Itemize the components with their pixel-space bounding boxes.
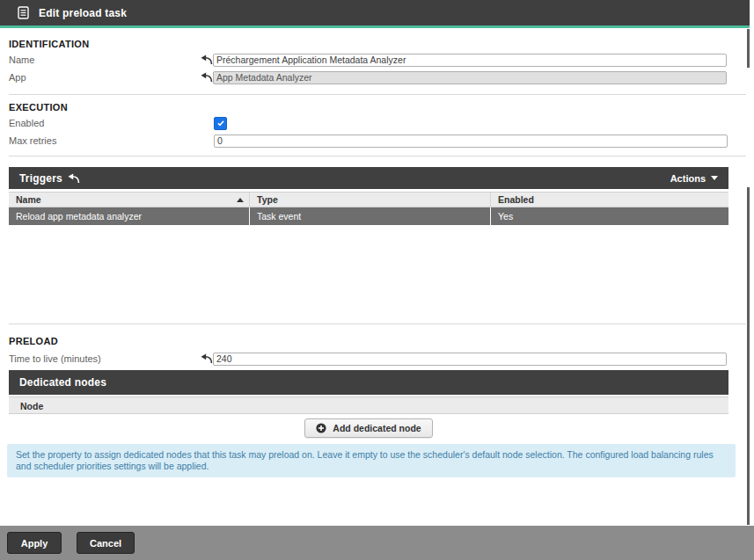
dedicated-nodes-header-bar: Dedicated nodes [9,370,728,395]
ttl-field-row: Time to live (minutes) [0,352,746,366]
undo-icon[interactable] [201,72,213,83]
edit-preload-task-page: Edit preload task IDENTIFICATION Name Ap… [0,0,754,560]
actions-dropdown[interactable]: Actions [670,173,718,184]
undo-icon[interactable] [68,173,80,184]
plus-circle-icon [316,423,326,433]
app-input [213,71,727,84]
triggers-table-header: Name Type Enabled [9,192,728,207]
name-label: Name [9,55,201,65]
scrollbar-thumb[interactable] [747,187,750,525]
add-dedicated-node-label: Add dedicated node [333,423,421,433]
enabled-checkbox[interactable] [214,117,227,130]
chevron-down-icon [711,176,718,180]
scrollbar-thumb[interactable] [747,29,750,68]
section-divider [9,324,746,324]
dedicated-nodes-panel: Dedicated nodes Node Add dedicated node [9,370,728,442]
add-node-row: Add dedicated node [9,414,728,442]
section-divider [9,94,746,95]
execution-heading: EXECUTION [9,102,68,113]
max-retries-field-row: Max retries [0,134,746,148]
app-label: App [9,72,201,83]
dedicated-nodes-title: Dedicated nodes [19,376,106,389]
column-header-type[interactable]: Type [249,193,490,207]
column-header-enabled[interactable]: Enabled [490,193,728,207]
ttl-label: Time to live (minutes) [9,353,201,364]
undo-icon[interactable] [201,55,213,65]
section-divider [9,156,746,156]
footer-bar: Apply Cancel [0,526,754,560]
trigger-enabled-cell: Yes [490,207,728,225]
triggers-panel: Triggers Actions Name Type Enabled R [9,167,728,225]
title-bar: Edit preload task [0,0,750,25]
dedicated-nodes-info-text: Set the property to assign dedicated nod… [7,444,736,477]
trigger-name-cell: Reload app metadata analyzer [9,207,249,225]
checkmark-icon [216,119,225,127]
undo-icon[interactable] [201,353,213,364]
max-retries-input[interactable] [214,135,728,148]
triggers-title: Triggers [19,172,62,185]
accent-line [0,25,750,28]
trigger-table-row[interactable]: Reload app metadata analyzer Task event … [9,207,728,225]
ttl-input[interactable] [213,353,727,366]
node-column-header: Node [9,396,728,414]
enabled-field-row: Enabled [0,116,746,130]
name-field-row: Name [0,53,746,67]
name-input[interactable] [213,54,727,67]
sort-ascending-icon [237,198,244,202]
trigger-type-cell: Task event [249,207,490,225]
actions-label: Actions [670,173,706,184]
identification-heading: IDENTIFICATION [9,39,89,49]
page-title: Edit preload task [39,7,127,19]
document-icon [18,6,29,19]
triggers-header-bar: Triggers Actions [9,167,728,189]
column-header-name[interactable]: Name [9,193,249,207]
max-retries-label: Max retries [9,135,214,146]
preload-heading: PRELOAD [9,336,58,346]
add-dedicated-node-button[interactable]: Add dedicated node [304,418,432,438]
app-field-row: App [0,70,746,84]
enabled-label: Enabled [9,118,214,128]
apply-button[interactable]: Apply [7,532,62,554]
cancel-button[interactable]: Cancel [77,532,135,554]
